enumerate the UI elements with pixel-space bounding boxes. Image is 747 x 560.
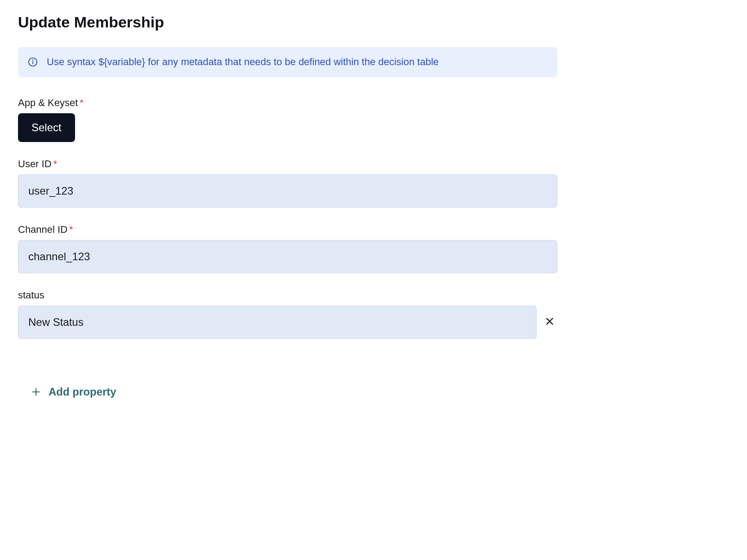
status-label: status bbox=[18, 289, 557, 301]
svg-point-2 bbox=[32, 60, 33, 61]
channel-id-label: Channel ID* bbox=[18, 224, 557, 236]
required-asterisk: * bbox=[69, 224, 73, 235]
add-property-label: Add property bbox=[49, 386, 116, 398]
field-user-id: User ID* bbox=[18, 158, 557, 208]
remove-status-button[interactable] bbox=[542, 314, 557, 330]
required-asterisk: * bbox=[80, 97, 84, 108]
channel-id-input[interactable] bbox=[18, 240, 557, 273]
page-title: Update Membership bbox=[18, 13, 557, 31]
info-banner-text: Use syntax ${variable} for any metadata … bbox=[47, 55, 439, 69]
app-keyset-label: App & Keyset* bbox=[18, 97, 557, 109]
required-asterisk: * bbox=[53, 158, 58, 169]
add-property-button[interactable]: Add property bbox=[31, 382, 116, 402]
user-id-input[interactable] bbox=[18, 174, 557, 208]
status-input[interactable] bbox=[18, 306, 537, 339]
app-keyset-select-button[interactable]: Select bbox=[18, 113, 75, 142]
field-app-keyset: App & Keyset* Select bbox=[18, 97, 557, 142]
field-status: status bbox=[18, 289, 557, 339]
user-id-label: User ID* bbox=[18, 158, 557, 170]
close-icon bbox=[545, 316, 555, 328]
plus-icon bbox=[31, 387, 40, 396]
info-banner: Use syntax ${variable} for any metadata … bbox=[18, 47, 557, 77]
field-channel-id: Channel ID* bbox=[18, 224, 557, 273]
info-icon bbox=[28, 57, 38, 67]
